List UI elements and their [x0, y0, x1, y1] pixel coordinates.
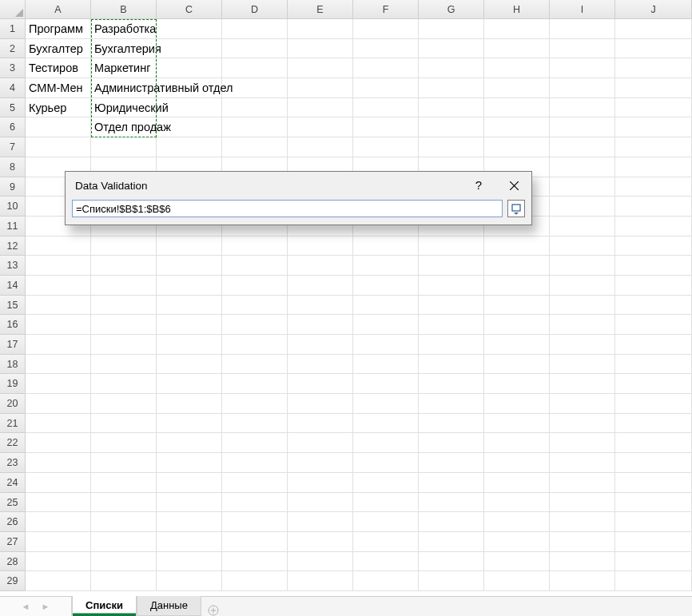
cell[interactable] — [288, 552, 353, 572]
cell[interactable] — [419, 374, 484, 394]
cell[interactable] — [157, 315, 222, 335]
cell[interactable] — [157, 335, 222, 355]
cell[interactable] — [419, 552, 484, 572]
cell[interactable] — [353, 374, 419, 394]
cell[interactable] — [484, 433, 550, 453]
cell[interactable] — [419, 296, 484, 316]
cell[interactable] — [157, 532, 222, 552]
cell[interactable]: Бухгалтер — [26, 39, 91, 59]
cell[interactable] — [419, 335, 484, 355]
cell[interactable] — [353, 137, 419, 157]
cell[interactable] — [419, 532, 484, 552]
cell[interactable] — [353, 433, 419, 453]
cell[interactable] — [222, 552, 288, 572]
row-header[interactable]: 22 — [0, 433, 26, 453]
cell[interactable] — [550, 355, 615, 375]
cell[interactable] — [615, 197, 692, 217]
row-header[interactable]: 12 — [0, 236, 26, 256]
cell[interactable] — [26, 296, 91, 316]
cell[interactable] — [222, 98, 288, 118]
cell[interactable] — [288, 355, 353, 375]
cell[interactable] — [550, 433, 615, 453]
cell[interactable] — [484, 394, 550, 414]
cell[interactable] — [484, 236, 550, 256]
cell[interactable] — [26, 394, 91, 414]
cell[interactable] — [484, 355, 550, 375]
cell[interactable] — [353, 355, 419, 375]
row-header[interactable]: 20 — [0, 394, 26, 414]
cell[interactable] — [157, 137, 222, 157]
cell[interactable] — [91, 315, 157, 335]
cell[interactable] — [615, 414, 692, 434]
cell[interactable] — [91, 137, 157, 157]
cell[interactable] — [288, 453, 353, 473]
col-header[interactable]: B — [91, 0, 157, 19]
cell[interactable] — [550, 157, 615, 177]
col-header[interactable]: F — [353, 0, 419, 19]
cell[interactable] — [157, 473, 222, 493]
cell[interactable] — [419, 256, 484, 276]
col-header[interactable]: I — [550, 0, 615, 19]
cell[interactable] — [484, 512, 550, 532]
cell[interactable] — [222, 39, 288, 59]
cell[interactable] — [288, 532, 353, 552]
cell[interactable] — [157, 19, 222, 39]
cell[interactable] — [419, 19, 484, 39]
cell[interactable] — [91, 571, 157, 591]
cell[interactable] — [484, 414, 550, 434]
cell[interactable] — [615, 552, 692, 572]
cell[interactable]: СММ-Мен — [26, 78, 91, 98]
cell[interactable] — [353, 315, 419, 335]
cell[interactable] — [91, 512, 157, 532]
cell[interactable] — [615, 78, 692, 98]
cell[interactable] — [550, 512, 615, 532]
row-header[interactable]: 8 — [0, 157, 26, 177]
cell[interactable] — [26, 335, 91, 355]
cell[interactable] — [91, 493, 157, 513]
cell[interactable] — [26, 355, 91, 375]
cell[interactable] — [484, 256, 550, 276]
cell[interactable] — [484, 335, 550, 355]
row-header[interactable]: 24 — [0, 473, 26, 493]
cell[interactable] — [353, 296, 419, 316]
cell[interactable] — [550, 197, 615, 217]
cell[interactable] — [550, 137, 615, 157]
cell[interactable] — [91, 552, 157, 572]
cell[interactable] — [288, 137, 353, 157]
cell[interactable]: Разработка — [91, 19, 157, 39]
row-header[interactable]: 26 — [0, 512, 26, 532]
cell[interactable] — [91, 335, 157, 355]
cell[interactable] — [157, 552, 222, 572]
cell[interactable] — [550, 39, 615, 59]
row-header[interactable]: 25 — [0, 493, 26, 513]
row-header[interactable]: 23 — [0, 453, 26, 473]
cell[interactable] — [615, 217, 692, 236]
row-header[interactable]: 27 — [0, 532, 26, 552]
cell[interactable] — [550, 78, 615, 98]
cell[interactable]: Тестиров — [26, 58, 91, 78]
cell[interactable]: Программ — [26, 19, 91, 39]
cell[interactable] — [550, 256, 615, 276]
cell[interactable] — [419, 117, 484, 137]
expand-dialog-button[interactable] — [507, 200, 525, 217]
cell[interactable] — [615, 453, 692, 473]
cell[interactable] — [26, 473, 91, 493]
cell[interactable] — [222, 315, 288, 335]
cell[interactable] — [484, 98, 550, 118]
cell[interactable] — [615, 532, 692, 552]
cell[interactable] — [353, 78, 419, 98]
cell[interactable] — [91, 414, 157, 434]
cell[interactable] — [484, 276, 550, 296]
select-all-button[interactable] — [0, 0, 26, 19]
cell[interactable] — [26, 532, 91, 552]
close-button[interactable] — [496, 172, 531, 199]
cell[interactable] — [288, 19, 353, 39]
cell[interactable] — [550, 236, 615, 256]
cell[interactable] — [615, 394, 692, 414]
cell[interactable] — [484, 58, 550, 78]
cell[interactable] — [353, 335, 419, 355]
cell[interactable] — [484, 315, 550, 335]
cell[interactable] — [288, 473, 353, 493]
cell[interactable] — [26, 414, 91, 434]
col-header[interactable]: C — [157, 0, 222, 19]
